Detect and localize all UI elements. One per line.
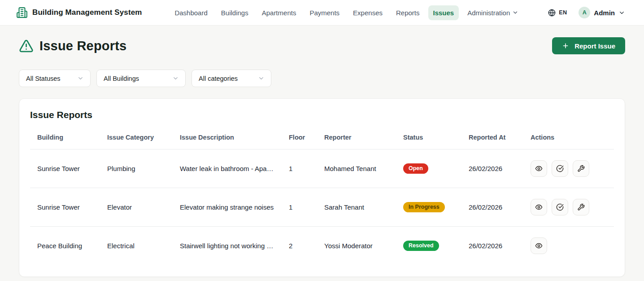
wrench-icon	[577, 165, 585, 172]
page-title: Issue Reports	[39, 39, 126, 53]
cell-reported-at: 26/02/2026	[461, 188, 523, 227]
cell-floor: 2	[282, 227, 317, 265]
column-header-floor: Floor	[282, 132, 317, 149]
status-filter-value: All Statuses	[26, 75, 61, 82]
language-switcher[interactable]: EN	[548, 9, 567, 17]
status-filter-select[interactable]: All Statuses	[19, 70, 91, 87]
cell-status: Open	[396, 149, 461, 188]
column-header-issue-category: Issue Category	[100, 132, 173, 149]
view-issue-button[interactable]	[531, 199, 547, 215]
nav-item-buildings[interactable]: Buildings	[216, 5, 253, 20]
eye-icon	[535, 203, 543, 211]
cell-description: Stairwell lighting not working -…	[173, 227, 282, 265]
wrench-icon	[577, 203, 585, 211]
user-menu[interactable]: A Admin	[579, 7, 625, 18]
check-circle-icon	[556, 203, 564, 211]
main-nav: Dashboard Buildings Apartments Payments …	[170, 5, 523, 20]
cell-category: Electrical	[100, 227, 173, 265]
cell-category: Plumbing	[100, 149, 173, 188]
filters-bar: All Statuses All Buildings All categorie…	[19, 70, 625, 87]
chevron-down-icon	[258, 75, 265, 82]
cell-reporter: Yossi Moderator	[317, 227, 396, 265]
report-issue-button[interactable]: Report Issue	[552, 37, 625, 54]
page-header: Issue Reports Report Issue	[19, 37, 625, 54]
building-filter-value: All Buildings	[104, 75, 139, 82]
cell-status: In Progress	[396, 188, 461, 227]
issues-page: Issue Reports Report Issue All Statuses …	[0, 26, 644, 277]
cell-reported-at: 26/02/2026	[461, 227, 523, 265]
view-issue-button[interactable]	[531, 237, 547, 254]
column-header-reporter: Reporter	[317, 132, 396, 149]
nav-item-administration-label: Administration	[467, 9, 510, 17]
mark-resolved-button[interactable]	[552, 199, 568, 215]
table-header-row: Building Issue Category Issue Descriptio…	[30, 132, 614, 149]
cell-status: Resolved	[396, 227, 461, 265]
warning-triangle-icon	[19, 39, 34, 53]
assign-fix-button[interactable]	[573, 160, 589, 177]
table-row: Sunrise Tower Elevator Elevator making s…	[30, 188, 614, 227]
chevron-down-icon	[172, 75, 179, 82]
cell-building: Sunrise Tower	[30, 188, 100, 227]
card-title: Issue Reports	[30, 110, 614, 120]
nav-item-expenses[interactable]: Expenses	[348, 5, 387, 20]
eye-icon	[535, 242, 543, 250]
column-header-status: Status	[396, 132, 461, 149]
user-name: Admin	[594, 9, 615, 17]
brand[interactable]: Building Management System	[16, 7, 142, 18]
view-issue-button[interactable]	[531, 160, 547, 177]
avatar: A	[579, 7, 590, 18]
brand-title: Building Management System	[32, 8, 142, 17]
status-badge: Open	[403, 163, 428, 174]
chevron-down-icon	[512, 9, 518, 16]
building-logo-icon	[16, 7, 28, 18]
category-filter-value: All categories	[199, 75, 238, 82]
column-header-reported-at: Reported At	[461, 132, 523, 149]
issue-reports-card: Issue Reports Building Issue Category Is…	[19, 98, 625, 277]
chevron-down-icon	[618, 9, 625, 16]
nav-item-dashboard[interactable]: Dashboard	[170, 5, 212, 20]
column-header-building: Building	[30, 132, 100, 149]
cell-description: Elevator making strange noises	[173, 188, 282, 227]
check-circle-icon	[556, 165, 564, 172]
building-filter-select[interactable]: All Buildings	[96, 70, 186, 87]
table-row: Sunrise Tower Plumbing Water leak in bat…	[30, 149, 614, 188]
language-label: EN	[559, 9, 567, 16]
navbar-right: EN A Admin	[548, 7, 625, 18]
column-header-actions: Actions	[523, 132, 614, 149]
cell-building: Peace Building	[30, 227, 100, 265]
status-badge: Resolved	[403, 241, 439, 251]
cell-actions	[523, 227, 614, 265]
issues-table: Building Issue Category Issue Descriptio…	[30, 132, 614, 265]
status-badge: In Progress	[403, 202, 445, 213]
page-title-wrap: Issue Reports	[19, 39, 126, 53]
cell-reporter: Mohamed Tenant	[317, 149, 396, 188]
cell-reported-at: 26/02/2026	[461, 149, 523, 188]
nav-item-administration[interactable]: Administration	[462, 5, 523, 20]
nav-item-apartments[interactable]: Apartments	[257, 5, 301, 20]
cell-category: Elevator	[100, 188, 173, 227]
chevron-down-icon	[77, 75, 84, 82]
globe-icon	[548, 9, 556, 17]
nav-item-payments[interactable]: Payments	[305, 5, 344, 20]
nav-item-reports[interactable]: Reports	[391, 5, 425, 20]
cell-floor: 1	[282, 188, 317, 227]
nav-item-issues[interactable]: Issues	[428, 5, 459, 20]
eye-icon	[535, 165, 543, 172]
top-navbar: Building Management System Dashboard Bui…	[0, 0, 644, 26]
cell-floor: 1	[282, 149, 317, 188]
category-filter-select[interactable]: All categories	[191, 70, 271, 87]
table-row: Peace Building Electrical Stairwell ligh…	[30, 227, 614, 265]
mark-resolved-button[interactable]	[552, 160, 568, 177]
column-header-issue-description: Issue Description	[173, 132, 282, 149]
cell-actions	[523, 188, 614, 227]
cell-building: Sunrise Tower	[30, 149, 100, 188]
cell-description: Water leak in bathroom - Apart…	[173, 149, 282, 188]
plus-icon	[562, 42, 569, 49]
cell-reporter: Sarah Tenant	[317, 188, 396, 227]
cell-actions	[523, 149, 614, 188]
assign-fix-button[interactable]	[573, 199, 589, 215]
report-issue-button-label: Report Issue	[574, 42, 615, 50]
